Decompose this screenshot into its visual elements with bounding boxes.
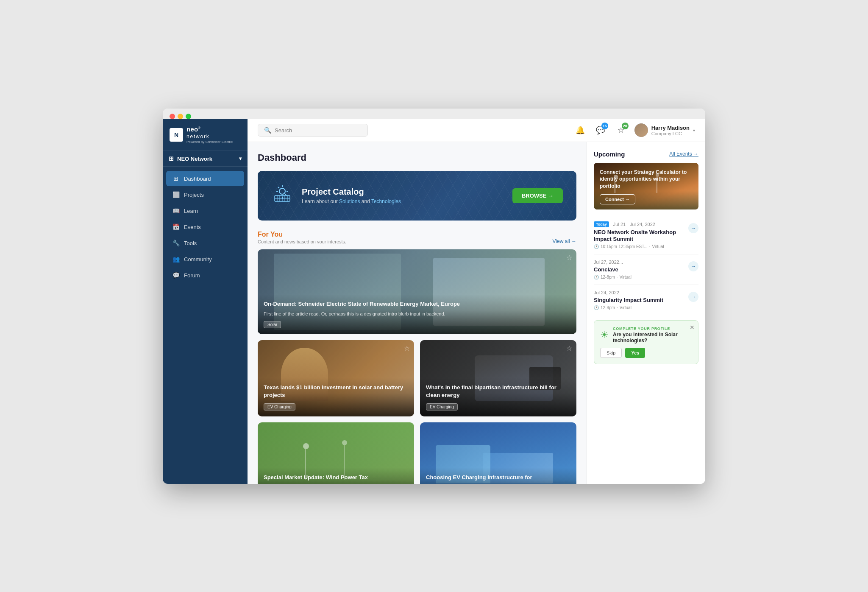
banner-title: Project Catalog [302, 187, 401, 197]
event-details: Jul 27, 2022... Conclave 🕐 12-8pm · Virt… [594, 260, 688, 279]
strategy-text: Connect your Strategy Calculator to iden… [600, 169, 693, 190]
upcoming-header: Upcoming All Events → [594, 151, 698, 158]
profile-completion-card: ✕ ☀ COMPLETE YOUR PROFILE Are you intere… [594, 320, 698, 364]
card-house-ev[interactable]: Choosing EV Charging Infrastructure for … [420, 422, 576, 484]
logo-powered: Powered by Schneider Electric [186, 140, 233, 144]
all-events-link[interactable]: All Events → [669, 151, 698, 157]
search-bar[interactable]: 🔍 [258, 124, 368, 137]
search-input[interactable] [275, 127, 362, 134]
skip-button[interactable]: Skip [600, 348, 622, 358]
event-meta: 🕐 12-8pm · Virtual [594, 275, 688, 279]
card-overlay: Choosing EV Charging Infrastructure for … [420, 468, 576, 484]
cards-row-2: Special Market Update: Wind Power Tax Wi… [258, 422, 576, 484]
profile-question: Are you interested in Solar technologies… [613, 332, 692, 343]
event-arrow-button[interactable]: → [688, 261, 698, 271]
bookmarks-button[interactable]: ☆ 20 [614, 123, 628, 137]
dashboard-icon: ⊞ [172, 175, 180, 182]
card-overlay: On-Demand: Schneider Electric State of R… [258, 294, 576, 334]
profile-actions: Skip Yes [600, 348, 692, 358]
banner-left: Project Catalog Learn about our Solution… [271, 183, 401, 209]
sidebar-item-community[interactable]: 👥 Community [166, 251, 244, 267]
event-arrow-button[interactable]: → [688, 292, 698, 302]
minimize-button[interactable] [178, 114, 183, 119]
notifications-button[interactable]: 🔔 [573, 123, 587, 137]
svg-point-0 [279, 188, 285, 194]
event-arrow-button[interactable]: → [688, 223, 698, 233]
card-title: Special Market Update: Wind Power Tax [264, 474, 408, 481]
complete-label: COMPLETE YOUR PROFILE [613, 327, 692, 331]
search-icon: 🔍 [264, 127, 271, 134]
card-star-icon[interactable]: ☆ [566, 344, 572, 352]
for-you-title: For You [258, 231, 346, 238]
logo-brand: neo® network [186, 126, 233, 140]
profile-card-text: COMPLETE YOUR PROFILE Are you interested… [613, 327, 692, 343]
technologies-link[interactable]: Technologies [371, 198, 401, 204]
card-tag: EV Charging [264, 403, 295, 410]
event-date: Jul 24, 2022 [594, 290, 688, 295]
sidebar-network-selector[interactable]: ⊞ NEO Network ▾ [163, 151, 248, 167]
bell-icon: 🔔 [576, 126, 585, 135]
event-title: NEO Network Onsite Workshop Impact Summi… [594, 229, 688, 243]
card-tag: Solar [264, 321, 281, 328]
event-details: Jul 24, 2022 Singularity Impact Summit 🕐… [594, 290, 688, 310]
browse-button[interactable]: BROWSE → [512, 188, 563, 203]
event-item: Today Jul 21 - Jul 24, 2022 NEO Network … [594, 216, 698, 255]
notifications-badge: 20 [622, 123, 629, 129]
user-info[interactable]: Harry Madison Company LCC ▾ [634, 123, 695, 137]
for-you-header: For You Content and news based on your i… [258, 231, 576, 244]
card-ev-charging[interactable]: ☆ What's in the final bipartisan infrast… [420, 340, 576, 416]
card-desc: First line of the article read. Or, perh… [264, 311, 570, 317]
sidebar-item-tools[interactable]: 🔧 Tools [166, 235, 244, 251]
sidebar-nav: ⊞ Dashboard ⬜ Projects 📖 Learn 📅 Events … [163, 167, 248, 483]
sidebar-item-projects[interactable]: ⬜ Projects [166, 187, 244, 202]
community-icon: 👥 [172, 256, 180, 262]
today-badge: Today [594, 221, 609, 227]
card-tag: EV Charging [426, 403, 458, 410]
for-you-subtitle: Content and news based on your interests… [258, 239, 346, 244]
svg-line-5 [278, 187, 279, 188]
main-content: 🔍 🔔 💬 15 ☆ 20 [248, 119, 705, 484]
messages-button[interactable]: 💬 15 [594, 123, 607, 137]
center-pane: Dashboard [248, 142, 587, 484]
card-star-icon[interactable]: ☆ [404, 344, 410, 352]
page-area: Dashboard [248, 142, 705, 484]
close-button[interactable] [170, 114, 175, 119]
card-title: Texas lands $1 billion investment in sol… [264, 384, 408, 399]
event-title: Conclave [594, 266, 688, 274]
cards-grid: ☆ On-Demand: Schneider Electric State of… [258, 249, 576, 484]
sidebar-item-learn[interactable]: 📖 Learn [166, 203, 244, 218]
card-solar-worker[interactable]: ☆ Texas lands $1 billion investment in s… [258, 340, 414, 416]
topbar: 🔍 🔔 💬 15 ☆ 20 [248, 119, 705, 142]
connect-button[interactable]: Connect → [600, 194, 635, 204]
cards-row-1: ☆ Texas lands $1 billion investment in s… [258, 340, 576, 416]
card-renewable[interactable]: ☆ On-Demand: Schneider Electric State of… [258, 249, 576, 334]
learn-icon: 📖 [172, 207, 180, 214]
event-item: Jul 24, 2022 Singularity Impact Summit 🕐… [594, 285, 698, 315]
solar-panel-icon [271, 183, 293, 209]
sidebar-item-dashboard[interactable]: ⊞ Dashboard [166, 171, 244, 186]
event-date: Jul 27, 2022... [594, 260, 688, 265]
sidebar-item-forum[interactable]: 💬 Forum [166, 268, 244, 283]
yes-button[interactable]: Yes [625, 348, 645, 358]
event-meta: 🕐 10:15pm-12:35pm EST... · Virtual [594, 244, 688, 249]
card-overlay: What's in the final bipartisan infrastru… [420, 378, 576, 416]
forum-icon: 💬 [172, 272, 180, 279]
event-details: Today Jul 21 - Jul 24, 2022 NEO Network … [594, 221, 688, 249]
right-panel: Upcoming All Events → [587, 142, 705, 484]
card-star-icon[interactable]: ☆ [566, 254, 572, 262]
events-list: Today Jul 21 - Jul 24, 2022 NEO Network … [594, 216, 698, 316]
close-icon[interactable]: ✕ [690, 324, 695, 331]
card-overlay: Special Market Update: Wind Power Tax Wi… [258, 468, 414, 484]
avatar [634, 123, 648, 137]
messages-badge: 15 [601, 123, 608, 129]
solutions-link[interactable]: Solutions [339, 198, 360, 204]
topbar-right: 🔔 💬 15 ☆ 20 Harr [573, 123, 695, 137]
view-all-link[interactable]: View all → [553, 238, 576, 244]
strategy-card: Connect your Strategy Calculator to iden… [594, 163, 698, 209]
sidebar-item-events[interactable]: 📅 Events [166, 219, 244, 235]
card-title: What's in the final bipartisan infrastru… [426, 384, 570, 399]
user-chevron-icon: ▾ [693, 128, 695, 133]
card-wind[interactable]: Special Market Update: Wind Power Tax Wi… [258, 422, 414, 484]
maximize-button[interactable] [186, 114, 191, 119]
profile-card-header: ☀ COMPLETE YOUR PROFILE Are you interest… [600, 327, 692, 343]
